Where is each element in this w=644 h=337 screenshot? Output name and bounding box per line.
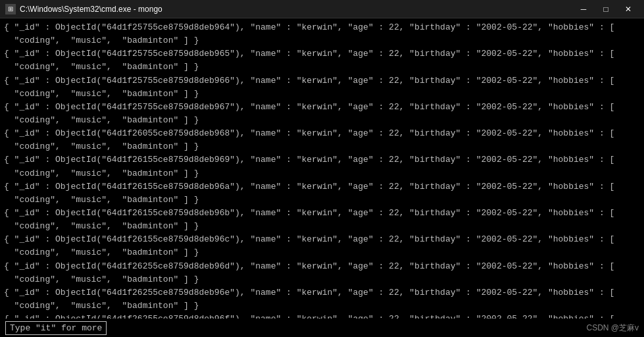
bottom-bar: Type "it" for more CSDN @芝麻v — [0, 319, 644, 337]
terminal-line: "coding", "music", "badminton" ] } — [4, 299, 640, 313]
watermark: CSDN @芝麻v — [586, 323, 639, 334]
window-title: C:\Windows\System32\cmd.exe - mongo — [20, 5, 162, 14]
type-hint: Type "it" for more — [5, 321, 107, 335]
terminal-line: "coding", "music", "badminton" ] } — [4, 114, 640, 127]
terminal-line: { "_id" : ObjectId("64d1f26155ce8759d8de… — [4, 180, 640, 194]
title-bar-left: ⊞ C:\Windows\System32\cmd.exe - mongo — [5, 4, 162, 14]
cmd-icon: ⊞ — [5, 4, 16, 14]
terminal-line: { "_id" : ObjectId("64d1f25755ce8759d8de… — [4, 101, 640, 114]
terminal-line: "coding", "music", "badminton" ] } — [4, 88, 640, 101]
close-button[interactable]: ✕ — [618, 2, 639, 16]
terminal-output: { "_id" : ObjectId("64d1f25755ce8759d8de… — [4, 21, 640, 337]
title-bar: ⊞ C:\Windows\System32\cmd.exe - mongo ─ … — [0, 0, 644, 18]
terminal-line: "coding", "music", "badminton" ] } — [4, 140, 640, 153]
terminal-line: { "_id" : ObjectId("64d1f26155ce8759d8de… — [4, 207, 640, 220]
terminal-line: "coding", "music", "badminton" ] } — [4, 194, 640, 207]
terminal-line: "coding", "music", "badminton" ] } — [4, 34, 640, 47]
title-bar-controls: ─ □ ✕ — [573, 2, 639, 16]
terminal-line: { "_id" : ObjectId("64d1f25755ce8759d8de… — [4, 21, 640, 34]
terminal-line: { "_id" : ObjectId("64d1f26155ce8759d8de… — [4, 233, 640, 246]
terminal-line: { "_id" : ObjectId("64d1f26155ce8759d8de… — [4, 153, 640, 167]
terminal-line: { "_id" : ObjectId("64d1f25755ce8759d8de… — [4, 47, 640, 61]
terminal-line: "coding", "music", "badminton" ] } — [4, 273, 640, 286]
terminal-line: "coding", "music", "badminton" ] } — [4, 246, 640, 259]
terminal-line: { "_id" : ObjectId("64d1f25755ce8759d8de… — [4, 74, 640, 88]
maximize-button[interactable]: □ — [595, 2, 616, 16]
terminal-line: { "_id" : ObjectId("64d1f26255ce8759d8de… — [4, 286, 640, 299]
terminal-line: "coding", "music", "badminton" ] } — [4, 61, 640, 74]
terminal-line: "coding", "music", "badminton" ] } — [4, 220, 640, 233]
terminal-line: "coding", "music", "badminton" ] } — [4, 167, 640, 180]
terminal-line: { "_id" : ObjectId("64d1f26055ce8759d8de… — [4, 127, 640, 140]
terminal-line: { "_id" : ObjectId("64d1f26255ce8759d8de… — [4, 260, 640, 273]
window: ⊞ C:\Windows\System32\cmd.exe - mongo ─ … — [0, 0, 644, 337]
minimize-button[interactable]: ─ — [573, 2, 594, 16]
terminal: { "_id" : ObjectId("64d1f25755ce8759d8de… — [0, 18, 644, 337]
